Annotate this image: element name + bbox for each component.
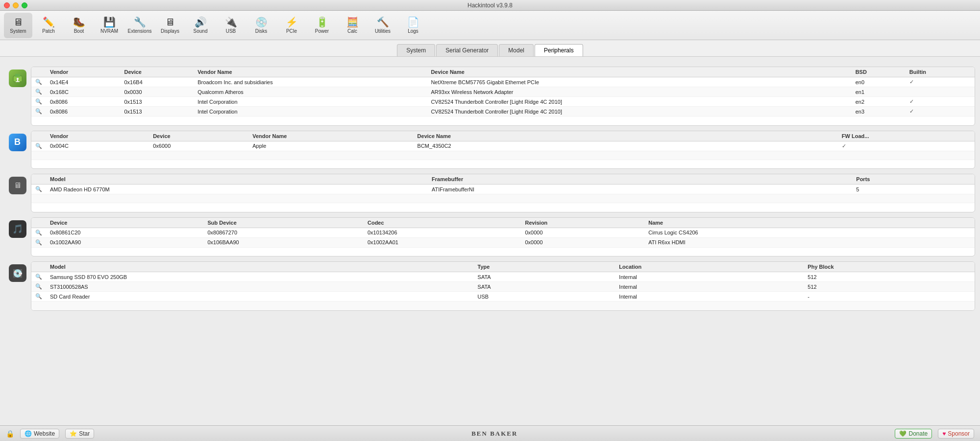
tab-system[interactable]: System [397,44,435,56]
toolbar-power[interactable]: 🔋 Power [308,13,336,38]
table-row-empty2 [31,203,975,212]
cell-bsd: en3 [852,107,906,116]
storage-section-row: 💽 Model Type Location Phy Block [4,261,975,311]
cell-location: Internal [615,282,804,292]
close-button[interactable] [4,2,10,8]
toolbar-displays[interactable]: 🖥 Displays [156,13,184,38]
cell-bsd: en0 [852,77,906,87]
cell-subdevice: 0x106BAA90 [204,237,364,247]
search-icon[interactable]: 🔍 [31,141,46,151]
table-row: 🔍 0x14E4 0x16B4 Broadcom Inc. and subsid… [31,77,975,87]
toolbar-nvram[interactable]: 💾 NVRAM [95,13,123,38]
star-button[interactable]: ⭐ Star [65,429,94,439]
cell-vendor: 0x8086 [46,97,120,107]
toolbar-boot[interactable]: 🥾 Boot [65,13,93,38]
boot-icon: 🥾 [73,17,85,27]
toolbar-patch-label: Patch [42,28,55,34]
cell-device: 0x80861C20 [46,228,204,237]
cell-device: 0x0030 [120,87,194,97]
network-section: Vendor Device Vendor Name Device Name BS… [31,67,975,126]
website-button[interactable]: 🌐 Website [20,429,59,439]
storage-col-model: Model [46,262,474,272]
search-icon[interactable]: 🔍 [31,77,46,87]
donate-button[interactable]: 💚 Donate [895,429,932,439]
toolbar-nvram-label: NVRAM [100,28,118,34]
cell-codec: 0x1002AA01 [364,237,521,247]
toolbar-disks[interactable]: 💿 Disks [247,13,275,38]
network-section-row: Vendor Device Vendor Name Device Name BS… [4,67,975,126]
toolbar-logs[interactable]: 📄 Logs [399,13,427,38]
maximize-button[interactable] [22,2,27,8]
table-row: 🔍 0x1002AA90 0x106BAA90 0x1002AA01 0x000… [31,237,975,247]
star-icon: ⭐ [70,430,77,437]
search-icon[interactable]: 🔍 [31,272,46,282]
sound-icon: 🔊 [195,17,207,27]
cell-devicename: CV82524 Thunderbolt Controller [Light Ri… [427,97,851,107]
cell-type: USB [474,292,615,302]
cell-vendorname: Apple [248,141,413,151]
minimize-button[interactable] [13,2,19,8]
search-icon[interactable]: 🔍 [31,237,46,247]
search-icon[interactable]: 🔍 [31,292,46,302]
tab-peripherals[interactable]: Peripherals [535,44,583,56]
traffic-lights [4,2,27,8]
gpu-section: Model Framebuffer Ports 🔍 AMD Radeon HD … [31,174,975,212]
cell-vendor: 0x004C [46,141,149,151]
toolbar-extensions[interactable]: 🔧 Extensions [125,13,154,38]
search-icon[interactable]: 🔍 [31,228,46,237]
system-icon: 🖥 [13,17,23,27]
network-col-builtin: Builtin [906,67,975,77]
network-col-devicename: Device Name [427,67,851,77]
window-title: Hackintool v3.9.8 [467,2,513,9]
toolbar-sound[interactable]: 🔊 Sound [186,13,215,38]
search-icon[interactable]: 🔍 [31,87,46,97]
sponsor-button[interactable]: ♥ Sponsor [938,429,974,439]
gpu-col-ports: Ports [852,174,975,185]
toolbar-pcie-label: PCIe [286,28,297,34]
audio-col-device: Device [46,218,204,228]
search-icon[interactable]: 🔍 [31,282,46,292]
search-icon[interactable]: 🔍 [31,107,46,116]
toolbar: 🖥 System ✏️ Patch 🥾 Boot 💾 NVRAM 🔧 Exten… [0,11,980,40]
tab-serial-generator[interactable]: Serial Generator [436,44,498,56]
storage-col-phyblock: Phy Block [804,262,975,272]
toolbar-boot-label: Boot [74,28,84,34]
cell-vendor: 0x14E4 [46,77,120,87]
network-table: Vendor Device Vendor Name Device Name BS… [31,67,975,125]
audio-table: Device Sub Device Codec Revision Name 🔍 … [31,218,975,256]
bt-col-vendor: Vendor [46,131,149,141]
toolbar-usb[interactable]: 🔌 USB [217,13,245,38]
cell-builtin: ✓ [906,77,975,87]
toolbar-patch[interactable]: ✏️ Patch [34,13,63,38]
bt-col-vendorname: Vendor Name [248,131,413,141]
cell-subdevice: 0x80867270 [204,228,364,237]
audio-icon: 🎵 [9,220,26,238]
toolbar-system-label: System [10,28,26,34]
footer-left: 🔒 🌐 Website ⭐ Star [6,429,94,439]
toolbar-utilities[interactable]: 🔨 Utilities [368,13,397,38]
search-icon[interactable]: 🔍 [31,185,46,194]
gpu-col-framebuffer: Framebuffer [428,174,852,185]
bluetooth-table: Vendor Device Vendor Name Device Name FW… [31,131,975,169]
cell-phyblock: 512 [804,282,975,292]
bt-col-devicename: Device Name [414,131,838,141]
network-icon-col [4,67,31,87]
cell-name: ATI R6xx HDMI [644,237,975,247]
tab-model[interactable]: Model [499,44,534,56]
cell-device: 0x1513 [120,107,194,116]
search-icon[interactable]: 🔍 [31,97,46,107]
cell-name: Cirrus Logic CS4206 [644,228,975,237]
star-label: Star [79,430,90,437]
table-row-empty [31,116,975,125]
lock-icon: 🔒 [6,430,14,438]
cell-codec: 0x10134206 [364,228,521,237]
gpu-col-search [31,174,46,185]
audio-col-subdevice: Sub Device [204,218,364,228]
cell-devicename: NetXtreme BCM57765 Gigabit Ethernet PCIe [427,77,851,87]
svg-rect-1 [15,74,20,77]
toolbar-system[interactable]: 🖥 System [4,13,32,38]
audio-col-revision: Revision [521,218,644,228]
toolbar-calc[interactable]: 🧮 Calc [338,13,367,38]
table-row: 🔍 0x8086 0x1513 Intel Corporation CV8252… [31,97,975,107]
toolbar-pcie[interactable]: ⚡ PCIe [277,13,306,38]
